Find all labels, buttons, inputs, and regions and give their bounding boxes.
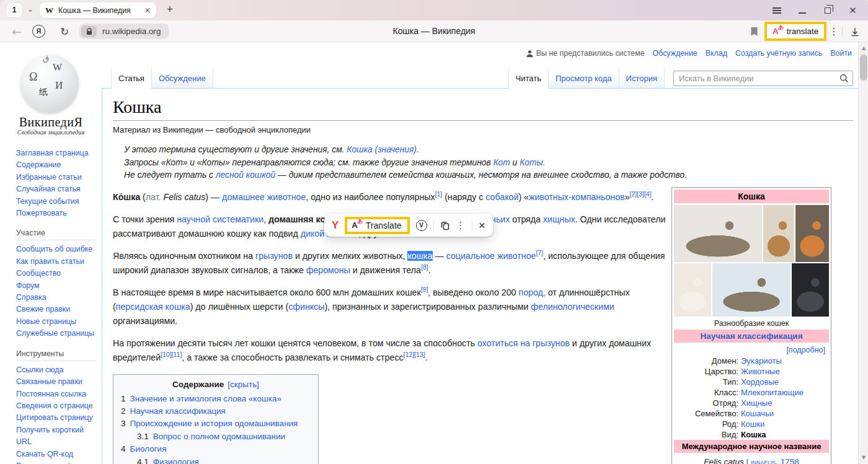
view-tab[interactable]: История xyxy=(619,68,665,89)
browser-tab[interactable]: W Кошка — Википедия ✕ xyxy=(40,2,156,18)
sidebar-item[interactable]: Новые страницы xyxy=(0,316,102,328)
classification-value[interactable]: Хордовые xyxy=(741,377,779,387)
text-link[interactable]: хищных xyxy=(543,214,575,224)
namespace-tab[interactable]: Статья xyxy=(111,68,152,89)
text-link[interactable]: персидская кошка xyxy=(116,302,190,312)
page-scrollbar[interactable]: ▲ ▼ xyxy=(858,42,868,464)
scroll-down-icon[interactable]: ▼ xyxy=(859,453,868,462)
sidebar-item[interactable]: Развернуть всё xyxy=(0,460,102,464)
sidebar-item[interactable]: Сообщить об ошибке xyxy=(0,243,102,255)
toc-link[interactable]: Вопрос о полном одомашнивании xyxy=(153,432,285,441)
text-link[interactable]: грызунов xyxy=(255,251,293,261)
classification-detail-link[interactable]: [подробно] xyxy=(674,344,829,356)
sidebar-item[interactable]: Постоянная ссылка xyxy=(0,388,102,400)
minimize-button[interactable] xyxy=(789,0,815,20)
browser-menu-button[interactable] xyxy=(764,0,789,20)
text-link[interactable]: охотиться на грызунов xyxy=(477,338,570,348)
back-button[interactable]: ← xyxy=(6,20,27,42)
classification-header[interactable]: Научная классификация xyxy=(674,330,829,343)
toc-link[interactable]: Значение и этимология слова «кошка» xyxy=(130,394,281,403)
wikipedia-globe-logo[interactable]: ق Ω W И 纸 xyxy=(20,55,79,113)
text-link[interactable]: пород, xyxy=(518,287,545,297)
reference-link[interactable]: [10][11] xyxy=(161,351,182,358)
sidebar-item[interactable]: Получить короткий URL xyxy=(0,424,102,449)
sidebar-item[interactable]: Свежие правки xyxy=(0,304,102,315)
text-link[interactable]: феромоны xyxy=(306,265,350,275)
sidebar-item[interactable]: Справка xyxy=(0,292,102,304)
personal-link[interactable]: Создать учётную запись xyxy=(735,49,822,58)
text-link[interactable]: научной систематики xyxy=(177,214,264,224)
sidebar-item[interactable]: Форум xyxy=(0,280,102,292)
sidebar-item[interactable]: Скачать QR-код xyxy=(0,449,102,460)
address-bar[interactable]: ru.wikipedia.org xyxy=(79,24,169,39)
view-tab[interactable]: Читать xyxy=(508,68,549,89)
reference-link[interactable]: [7] xyxy=(536,249,543,256)
scrollbar-thumb[interactable] xyxy=(860,55,867,81)
namespace-tab[interactable]: Обсуждение xyxy=(151,68,213,89)
sidebar-item[interactable]: Сообщество xyxy=(0,268,102,279)
yandex-home-button[interactable]: Я xyxy=(32,25,45,38)
ssl-lock-chip[interactable] xyxy=(81,25,97,37)
sidebar-item[interactable]: Пожертвовать xyxy=(0,208,102,219)
popup-more-icon[interactable]: ⋮ xyxy=(456,221,466,230)
text-link[interactable]: фелинологическими xyxy=(531,302,614,312)
sidebar-item[interactable]: Заглавная страница xyxy=(0,147,102,159)
view-tab[interactable]: Просмотр кода xyxy=(548,68,619,89)
downloads-button[interactable] xyxy=(847,24,863,39)
classification-value[interactable]: Млекопитающие xyxy=(741,387,804,398)
wiki-search-input[interactable] xyxy=(673,71,853,86)
personal-link[interactable]: Войти xyxy=(830,49,852,58)
close-window-button[interactable]: ✕ xyxy=(840,0,866,20)
text-link[interactable]: Кошка (значения). xyxy=(347,145,419,154)
personal-link[interactable]: Обсуждение xyxy=(653,49,698,58)
sidebar-item[interactable]: Содержание xyxy=(0,159,102,171)
text-link[interactable]: Коты. xyxy=(520,158,545,167)
tab-list-chevron-down-icon[interactable]: ⌄ xyxy=(25,2,36,17)
text-link[interactable]: социальное животное xyxy=(446,251,536,261)
sidebar-item[interactable]: Случайная статья xyxy=(0,183,102,195)
sidebar-item[interactable]: Как править статьи xyxy=(0,256,102,268)
tab-counter-button[interactable]: 1 xyxy=(6,3,22,17)
search-icon[interactable] xyxy=(839,74,849,83)
toc-link[interactable]: Происхождение и история одомашнивания xyxy=(130,419,298,428)
sidebar-item[interactable]: Цитировать страницу xyxy=(0,412,102,424)
voice-icon[interactable]: V xyxy=(416,220,427,231)
reference-link[interactable]: [2][3][4] xyxy=(630,190,652,198)
yandex-logo-icon[interactable]: Y xyxy=(332,219,339,232)
reference-link[interactable]: [12][13] xyxy=(404,351,425,358)
new-tab-button[interactable]: + xyxy=(162,2,178,18)
classification-value[interactable]: Животные xyxy=(741,366,780,377)
toc-link[interactable]: Научная классификация xyxy=(130,406,226,416)
popup-translate-button[interactable]: Aあ Translate xyxy=(345,217,409,234)
toc-hide-link[interactable]: [скрыть] xyxy=(228,380,259,389)
reference-link[interactable]: [9] xyxy=(421,286,428,293)
restore-button[interactable] xyxy=(815,0,840,20)
personal-link[interactable]: Вклад xyxy=(706,49,727,58)
tab-close-icon[interactable]: ✕ xyxy=(144,6,151,15)
toc-link[interactable]: Физиология xyxy=(153,457,199,464)
sidebar-item[interactable]: Ссылки сюда xyxy=(0,364,102,376)
text-link[interactable]: лесной кошкой xyxy=(216,170,275,180)
text-link[interactable]: домашнее животное xyxy=(222,192,306,202)
sidebar-item[interactable]: Избранные статьи xyxy=(0,172,102,183)
sidebar-item[interactable]: Связанные правки xyxy=(0,376,102,388)
classification-value[interactable]: Эукариоты xyxy=(741,356,782,366)
toc-link[interactable]: Биология xyxy=(130,444,167,453)
toolbar-more-button[interactable]: ⋮ xyxy=(827,24,841,39)
sidebar-item[interactable]: Текущие события xyxy=(0,196,102,208)
selected-word[interactable]: кошка xyxy=(407,251,432,261)
classification-value[interactable]: Хищные xyxy=(741,398,772,408)
sidebar-item[interactable]: Служебные страницы xyxy=(0,328,102,339)
scroll-up-icon[interactable]: ▲ xyxy=(859,44,868,53)
text-link[interactable]: сфинксы xyxy=(288,302,324,312)
text-link[interactable]: Кот xyxy=(493,158,510,167)
binomial-name[interactable]: Felis catus Linnaeus, 1758 xyxy=(674,455,829,464)
classification-value[interactable]: Кошачьи xyxy=(741,408,774,419)
toolbar-translate-button[interactable]: Aあ translate xyxy=(764,22,826,41)
text-link[interactable]: собакой xyxy=(485,192,518,202)
sidebar-item[interactable]: Сведения о странице xyxy=(0,400,102,412)
text-link[interactable]: животных-компаньонов xyxy=(529,192,625,202)
reference-link[interactable]: [8] xyxy=(421,263,428,271)
classification-value[interactable]: Кошки xyxy=(741,419,764,429)
reference-link[interactable]: [1] xyxy=(435,190,443,198)
